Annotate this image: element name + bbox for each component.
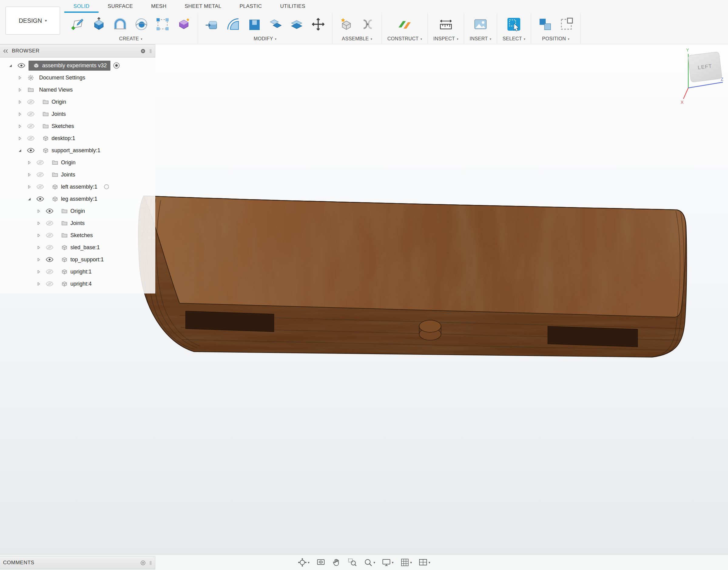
toolbar-menu-inspect[interactable]: INSPECT▾: [433, 35, 458, 43]
revert-position-button[interactable]: [558, 16, 575, 33]
browser-node[interactable]: leg assembly:1: [47, 194, 101, 204]
toolbar-menu-insert[interactable]: INSERT▾: [470, 35, 491, 43]
expand-caret-icon[interactable]: [15, 88, 24, 92]
activate-component-radio[interactable]: [103, 184, 109, 190]
visibility-eye-icon[interactable]: [43, 220, 56, 226]
browser-row[interactable]: Joints: [0, 108, 155, 120]
select-tool-button[interactable]: [505, 16, 522, 33]
collapse-caret-icon[interactable]: [25, 197, 33, 201]
browser-node[interactable]: Sketches: [38, 121, 78, 131]
look-at-button[interactable]: [314, 557, 327, 568]
pan-button[interactable]: [330, 557, 343, 568]
browser-row[interactable]: Joints: [0, 217, 155, 229]
extrude-button[interactable]: [90, 16, 107, 33]
browser-node[interactable]: Origin: [57, 206, 88, 216]
new-component-button[interactable]: [338, 16, 355, 33]
browser-row[interactable]: top_support:1: [0, 254, 155, 266]
measure-button[interactable]: [437, 16, 454, 33]
expand-caret-icon[interactable]: [34, 209, 43, 214]
browser-row[interactable]: support_assembly:1: [0, 144, 155, 157]
visibility-eye-icon[interactable]: [43, 257, 56, 262]
insert-image-button[interactable]: [472, 16, 489, 33]
display-settings-button[interactable]: ▾: [380, 557, 396, 568]
visibility-eye-icon[interactable]: [24, 148, 37, 153]
create-sketch-button[interactable]: [69, 16, 86, 33]
browser-row[interactable]: Joints: [0, 169, 155, 181]
move-button[interactable]: [310, 16, 327, 33]
toolbar-menu-modify[interactable]: MODIFY▾: [254, 35, 276, 43]
browser-node[interactable]: sled_base:1: [57, 243, 103, 253]
grid-settings-button[interactable]: ▾: [398, 557, 414, 568]
comments-panel[interactable]: COMMENTS: [0, 556, 155, 569]
design-menu-button[interactable]: DESIGN ▾: [5, 7, 60, 35]
visibility-eye-icon[interactable]: [24, 99, 37, 104]
browser-row[interactable]: sled_base:1: [0, 241, 155, 254]
browser-row[interactable]: desktop:1: [0, 132, 155, 144]
revolve-button[interactable]: [111, 16, 129, 33]
tab-solid[interactable]: SOLID: [64, 0, 98, 13]
tab-plastic[interactable]: PLASTIC: [231, 0, 271, 13]
visibility-eye-icon[interactable]: [24, 111, 37, 117]
visibility-eye-icon[interactable]: [43, 245, 56, 250]
visibility-eye-icon[interactable]: [43, 281, 56, 287]
browser-node[interactable]: Origin: [47, 158, 79, 168]
browser-node[interactable]: upright:1: [57, 267, 95, 277]
tab-mesh[interactable]: MESH: [142, 0, 176, 13]
capture-position-button[interactable]: [537, 16, 553, 33]
orbit-button[interactable]: ▾: [296, 557, 311, 568]
expand-caret-icon[interactable]: [34, 270, 43, 274]
visibility-eye-icon[interactable]: [43, 233, 56, 238]
expand-caret-icon[interactable]: [34, 257, 43, 262]
view-cube-face[interactable]: LEFT: [688, 51, 722, 82]
browser-row[interactable]: Sketches: [0, 229, 155, 241]
browser-node[interactable]: assembly experiments v32: [28, 61, 110, 71]
tab-surface[interactable]: SURFACE: [98, 0, 142, 13]
browser-row[interactable]: upright:4: [0, 278, 155, 290]
toolbar-menu-construct[interactable]: CONSTRUCT▾: [387, 35, 422, 43]
browser-node[interactable]: Joints: [38, 109, 69, 119]
press-pull-button[interactable]: [204, 16, 221, 33]
visibility-eye-icon[interactable]: [33, 184, 47, 190]
browser-node[interactable]: Origin: [38, 97, 70, 107]
browser-row[interactable]: leg assembly:1: [0, 193, 155, 205]
create-form-button[interactable]: [175, 16, 192, 33]
expand-caret-icon[interactable]: [25, 173, 33, 177]
collapse-panel-icon[interactable]: [3, 49, 8, 53]
split-body-button[interactable]: [288, 16, 305, 33]
browser-row[interactable]: assembly experiments v32: [0, 59, 155, 71]
browser-row[interactable]: Sketches: [0, 120, 155, 132]
rectangular-pattern-button[interactable]: [154, 16, 171, 33]
browser-node[interactable]: support_assembly:1: [38, 146, 104, 156]
joint-button[interactable]: [359, 16, 376, 33]
fillet-button[interactable]: [225, 16, 242, 33]
visibility-eye-icon[interactable]: [43, 208, 56, 214]
sweep-button[interactable]: [133, 16, 150, 33]
expand-caret-icon[interactable]: [15, 100, 24, 104]
activate-component-radio[interactable]: [113, 62, 120, 69]
construct-plane-button[interactable]: [396, 16, 413, 33]
browser-row[interactable]: Origin: [0, 96, 155, 108]
toolbar-menu-position[interactable]: POSITION▾: [542, 35, 569, 43]
browser-panel-header[interactable]: BROWSER: [0, 44, 155, 58]
collapse-caret-icon[interactable]: [6, 63, 15, 68]
expand-caret-icon[interactable]: [15, 136, 24, 141]
browser-node[interactable]: left assembly:1: [47, 182, 101, 192]
expand-caret-icon[interactable]: [34, 233, 43, 238]
browser-node[interactable]: upright:4: [57, 279, 95, 289]
tab-sheet-metal[interactable]: SHEET METAL: [176, 0, 231, 13]
shell-button[interactable]: [246, 16, 263, 33]
expand-caret-icon[interactable]: [15, 75, 24, 80]
expand-caret-icon[interactable]: [25, 161, 33, 165]
expand-caret-icon[interactable]: [25, 185, 33, 189]
panel-options-icon[interactable]: [141, 48, 146, 54]
toolbar-menu-select[interactable]: SELECT▾: [503, 35, 525, 43]
expand-caret-icon[interactable]: [15, 124, 24, 128]
toolbar-menu-assemble[interactable]: ASSEMBLE▾: [342, 35, 372, 43]
grip-icon[interactable]: [149, 48, 152, 54]
collapse-caret-icon[interactable]: [15, 148, 24, 153]
browser-node[interactable]: desktop:1: [38, 133, 79, 144]
browser-node[interactable]: Joints: [57, 218, 88, 228]
grip-icon[interactable]: [149, 560, 152, 565]
browser-row[interactable]: Origin: [0, 205, 155, 217]
browser-node[interactable]: Joints: [47, 170, 79, 180]
